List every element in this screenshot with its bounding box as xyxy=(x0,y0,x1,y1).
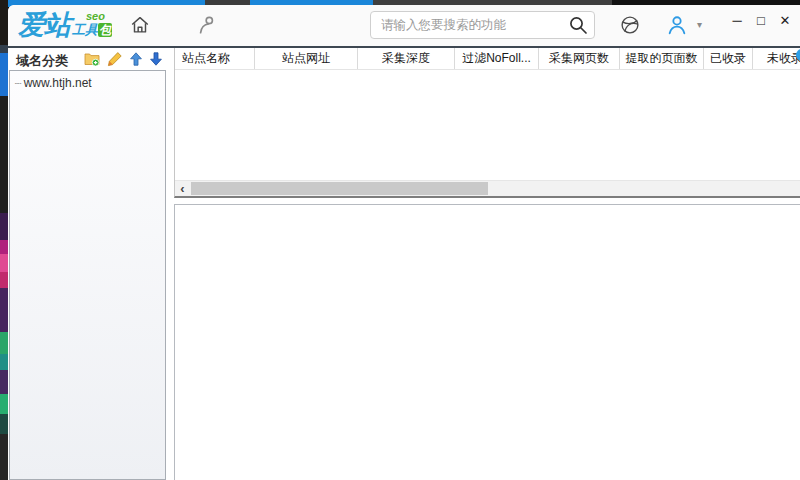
move-up-icon[interactable] xyxy=(128,51,144,67)
theme-ball-icon[interactable] xyxy=(619,14,641,36)
screen: 爱站 seo 工具包 xyxy=(0,0,800,480)
sidebar-header: 域名分类 xyxy=(8,48,174,70)
minimize-button[interactable]: ─ xyxy=(728,11,746,31)
domain-tree-panel: ┈ www.htjh.net xyxy=(9,70,166,480)
col-extracted-pages[interactable]: 提取的页面数 xyxy=(620,48,704,69)
desktop-wallpaper-strip xyxy=(0,0,8,480)
tree-item-label: www.htjh.net xyxy=(24,76,92,90)
tree-item-domain[interactable]: ┈ www.htjh.net xyxy=(10,71,165,94)
search-icon[interactable] xyxy=(568,15,588,35)
detail-panel-empty xyxy=(174,204,800,480)
col-site-name[interactable]: 站点名称 xyxy=(175,48,255,69)
col-filter-nofollow[interactable]: 过滤NoFoll... xyxy=(455,48,539,69)
col-not-indexed[interactable]: 未收录 xyxy=(753,48,800,69)
edit-pencil-icon[interactable] xyxy=(107,51,123,67)
maximize-button[interactable]: □ xyxy=(752,11,770,31)
table-header-row: 站点名称 站点网址 采集深度 过滤NoFoll... 采集网页数 提取的页面数 … xyxy=(175,48,800,70)
account-dropdown-caret[interactable]: ▾ xyxy=(697,19,702,30)
close-button[interactable]: ✕ xyxy=(776,11,794,31)
logo-seo-text: seo xyxy=(86,11,112,22)
logo-brand-text: 爱站 xyxy=(18,10,70,40)
add-folder-icon[interactable] xyxy=(84,51,100,67)
app-logo: 爱站 seo 工具包 xyxy=(18,10,112,40)
home-icon[interactable] xyxy=(129,14,151,36)
sidebar-title: 域名分类 xyxy=(16,52,68,70)
col-crawled-pages[interactable]: 采集网页数 xyxy=(539,48,620,69)
user-figure-icon[interactable] xyxy=(196,14,218,36)
col-crawl-depth[interactable]: 采集深度 xyxy=(358,48,455,69)
toolbar: 爱站 seo 工具包 xyxy=(8,5,800,46)
scroll-left-arrow[interactable]: ‹ xyxy=(175,181,190,196)
search-input[interactable] xyxy=(371,18,568,32)
account-user-icon[interactable] xyxy=(666,14,688,36)
logo-suite-text: 工具包 xyxy=(72,23,112,36)
logo-badge: 包 xyxy=(98,23,112,37)
move-down-icon[interactable] xyxy=(148,51,164,67)
col-site-url[interactable]: 站点网址 xyxy=(255,48,358,69)
scrollbar-thumb[interactable] xyxy=(191,182,488,195)
tree-branch-connector: ┈ xyxy=(15,77,21,90)
col-indexed[interactable]: 已收录 xyxy=(704,48,753,69)
table-body-empty xyxy=(175,70,800,176)
app-window: 爱站 seo 工具包 xyxy=(8,5,800,480)
main-area: 站点名称 站点网址 采集深度 过滤NoFoll... 采集网页数 提取的页面数 … xyxy=(174,48,800,480)
site-table-panel: 站点名称 站点网址 采集深度 过滤NoFoll... 采集网页数 提取的页面数 … xyxy=(174,48,800,198)
logo-subtext: seo 工具包 xyxy=(72,11,112,36)
function-search xyxy=(370,11,595,39)
horizontal-scrollbar[interactable]: ‹ xyxy=(175,180,800,196)
sidebar: 域名分类 xyxy=(8,48,174,480)
